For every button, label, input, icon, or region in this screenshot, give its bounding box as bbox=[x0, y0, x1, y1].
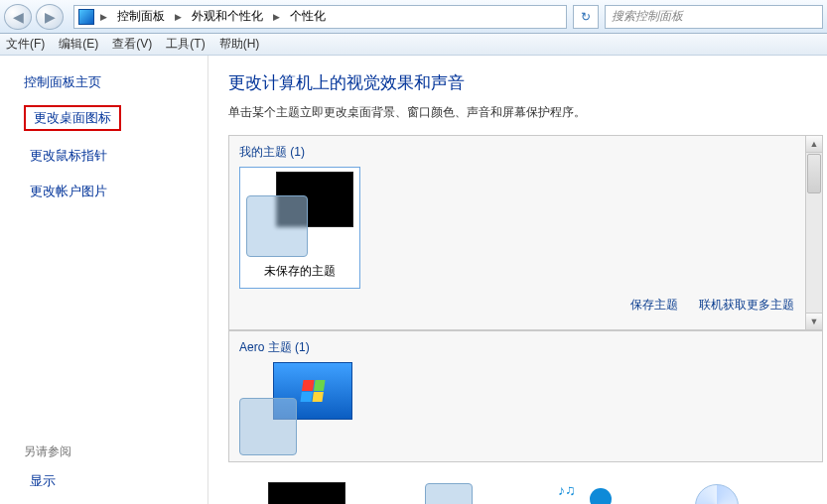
chevron-right-icon: ▶ bbox=[98, 12, 109, 22]
customization-icons: ♪♫ bbox=[228, 462, 823, 504]
sidebar: 控制面板主页 更改桌面图标 更改鼠标指针 更改帐户图片 另请参阅 显示 bbox=[0, 56, 208, 504]
sidebar-home-link[interactable]: 控制面板主页 bbox=[24, 73, 190, 91]
music-note-icon: ♪♫ bbox=[558, 482, 576, 498]
screensaver-button[interactable] bbox=[691, 482, 745, 504]
my-themes-panel: 我的主题 (1) 未保存的主题 保存主题 联机获取更多主题 ▲ ▼ bbox=[228, 135, 823, 330]
menu-tools[interactable]: 工具(T) bbox=[166, 36, 205, 53]
search-placeholder: 搜索控制面板 bbox=[612, 8, 683, 25]
aero-themes-label: Aero 主题 (1) bbox=[239, 339, 812, 356]
crumb-appearance[interactable]: 外观和个性化 bbox=[188, 6, 267, 27]
desktop-background-button[interactable] bbox=[268, 482, 345, 504]
see-also-label: 另请参阅 bbox=[24, 443, 190, 460]
menu-bar: 文件(F) 编辑(E) 查看(V) 工具(T) 帮助(H) bbox=[0, 34, 827, 56]
menu-file[interactable]: 文件(F) bbox=[6, 36, 45, 53]
aero-window-preview-icon bbox=[239, 398, 297, 455]
window-color-button[interactable] bbox=[425, 483, 473, 504]
scroll-up-icon[interactable]: ▲ bbox=[806, 136, 822, 153]
get-themes-online-link[interactable]: 联机获取更多主题 bbox=[699, 298, 794, 312]
display-link[interactable]: 显示 bbox=[24, 470, 62, 492]
aero-themes-panel: Aero 主题 (1) bbox=[228, 330, 823, 462]
back-button[interactable]: ◀ bbox=[4, 4, 32, 30]
theme-action-links: 保存主题 联机获取更多主题 bbox=[239, 289, 812, 323]
content-area: 更改计算机上的视觉效果和声音 单击某个主题立即更改桌面背景、窗口颜色、声音和屏幕… bbox=[208, 56, 827, 504]
crumb-control-panel[interactable]: 控制面板 bbox=[113, 6, 169, 27]
search-input[interactable]: 搜索控制面板 bbox=[605, 5, 823, 29]
theme-tile-unsaved[interactable]: 未保存的主题 bbox=[239, 167, 360, 289]
sounds-button[interactable]: ♪♫ bbox=[552, 482, 612, 504]
change-account-picture-link[interactable]: 更改帐户图片 bbox=[24, 181, 113, 202]
theme-tile-aero[interactable] bbox=[239, 362, 352, 455]
save-theme-link[interactable]: 保存主题 bbox=[630, 298, 678, 312]
location-icon bbox=[78, 9, 94, 25]
change-mouse-pointers-link[interactable]: 更改鼠标指针 bbox=[24, 145, 113, 167]
change-desktop-icons-link[interactable]: 更改桌面图标 bbox=[24, 105, 121, 131]
address-bar-row: ◀ ▶ ▶ 控制面板 ▶ 外观和个性化 ▶ 个性化 ↻ 搜索控制面板 bbox=[0, 0, 827, 34]
body: 控制面板主页 更改桌面图标 更改鼠标指针 更改帐户图片 另请参阅 显示 更改计算… bbox=[0, 56, 827, 504]
forward-button[interactable]: ▶ bbox=[36, 4, 64, 30]
windows-logo-icon bbox=[300, 380, 325, 402]
chevron-right-icon: ▶ bbox=[271, 12, 282, 22]
scroll-down-icon[interactable]: ▼ bbox=[806, 313, 822, 329]
window-preview-icon bbox=[246, 195, 308, 257]
scroll-thumb[interactable] bbox=[807, 154, 821, 193]
page-subtext: 单击某个主题立即更改桌面背景、窗口颜色、声音和屏幕保护程序。 bbox=[228, 104, 823, 121]
refresh-button[interactable]: ↻ bbox=[573, 5, 599, 29]
chevron-right-icon: ▶ bbox=[173, 12, 184, 22]
menu-edit[interactable]: 编辑(E) bbox=[59, 36, 98, 53]
disc-icon bbox=[695, 484, 739, 504]
theme-preview bbox=[246, 172, 353, 257]
address-bar[interactable]: ▶ 控制面板 ▶ 外观和个性化 ▶ 个性化 bbox=[73, 5, 567, 29]
page-heading: 更改计算机上的视觉效果和声音 bbox=[228, 71, 823, 94]
panel-scrollbar[interactable]: ▲ ▼ bbox=[805, 136, 822, 329]
person-icon bbox=[590, 488, 612, 504]
theme-tile-label: 未保存的主题 bbox=[264, 263, 336, 284]
crumb-personalization[interactable]: 个性化 bbox=[286, 6, 330, 27]
menu-help[interactable]: 帮助(H) bbox=[219, 36, 260, 53]
my-themes-label: 我的主题 (1) bbox=[239, 144, 812, 161]
menu-view[interactable]: 查看(V) bbox=[112, 36, 152, 53]
